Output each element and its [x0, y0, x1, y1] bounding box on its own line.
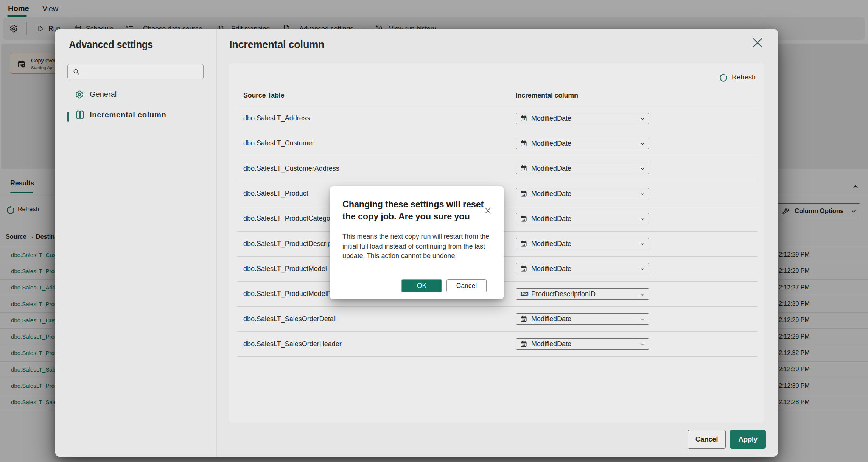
- svg-text:12: 12: [522, 143, 525, 146]
- svg-text:12: 12: [522, 319, 525, 321]
- svg-text:12: 12: [522, 344, 525, 346]
- svg-text:12: 12: [522, 193, 525, 196]
- svg-text:12: 12: [522, 268, 525, 271]
- svg-text:12: 12: [522, 218, 525, 221]
- svg-text:12: 12: [522, 243, 525, 246]
- svg-text:12: 12: [522, 118, 525, 121]
- svg-text:12: 12: [522, 168, 525, 171]
